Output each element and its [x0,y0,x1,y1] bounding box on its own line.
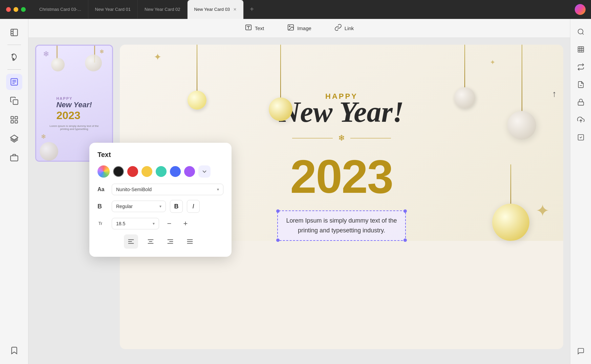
copy-icon[interactable] [6,93,22,109]
main-layout: Text Image Link [0,19,591,364]
decor-star-2: ✦ [490,58,496,66]
image-tool-button[interactable]: Image [282,22,316,35]
check-icon[interactable] [573,130,588,145]
font-size-increase-button[interactable]: + [179,218,192,230]
text-align-row [97,234,223,249]
divider-snowflake: ❄ [338,133,345,143]
handle-tr[interactable] [403,209,407,213]
edit-icon[interactable] [6,74,22,90]
align-justify-button[interactable] [183,234,197,249]
font-size-decrease-button[interactable]: − [163,218,175,230]
add-tab-button[interactable]: + [246,3,258,16]
svg-point-19 [289,26,290,27]
close-button[interactable] [6,7,11,12]
color-swatch-black[interactable] [113,166,124,177]
italic-button[interactable]: I [187,200,200,213]
hanger-1 [57,46,58,59]
align-center-button[interactable] [144,234,158,249]
titlebar: Christmas Card 03-... New Year Card 01 N… [0,0,591,19]
tabs-row: Christmas Card 03-... New Year Card 01 N… [26,0,591,19]
canvas-area: Text Image Link [28,19,570,364]
align-left-button[interactable] [124,234,138,249]
handle-tl[interactable] [276,209,280,213]
align-right-button[interactable] [163,234,177,249]
thumb-happy: HAPPY New Year! 2023 [56,90,92,122]
text-box-content: Lorem Ipsum is simply dummy text of the … [286,216,397,235]
font-weight-select[interactable]: Regular ▾ [112,201,166,212]
sidebar-divider-1 [7,45,21,45]
color-palette-icon[interactable] [97,165,110,178]
link-icon [334,24,342,33]
text-box-selected[interactable]: Lorem Ipsum is simply dummy text of the … [277,210,406,241]
tab-close-icon[interactable]: ✕ [233,7,237,12]
lock-icon[interactable] [573,95,588,110]
size-icon: Tr [97,219,108,228]
traffic-lights [0,7,26,12]
color-swatch-red[interactable] [127,166,138,177]
svg-rect-10 [15,116,18,119]
color-row [97,165,223,178]
color-more-button[interactable] [198,165,211,178]
decor-snowflake-bottom: ✦ [535,201,550,221]
bold-button[interactable]: B [170,200,183,213]
minimize-button[interactable] [14,7,18,12]
grid-icon[interactable] [6,112,22,128]
titlebar-right [575,4,586,15]
tab-newyear02[interactable]: New Year Card 02 [138,0,188,19]
font-family-select[interactable]: Nunito-SemiBold ▾ [112,184,223,195]
bottom-ornament-2 [492,164,529,241]
convert-icon[interactable] [573,60,588,74]
color-swatch-teal[interactable] [156,166,167,177]
ornament-thumb-1 [51,58,65,71]
snowflake-tl: ❄ [43,50,49,59]
font-size-select[interactable]: 18.5 ▾ [112,218,159,229]
text-box-container[interactable]: Lorem Ipsum is simply dummy text of the … [277,210,406,241]
left-sidebar [0,19,28,364]
handle-bl[interactable] [276,238,280,242]
color-swatch-purple[interactable] [184,166,195,177]
text-panel-title: Text [97,151,223,159]
search-icon[interactable] [573,24,588,39]
font-size-row: Tr 18.5 ▾ − + [97,218,223,230]
ocr-icon[interactable] [573,42,588,57]
decor-star-1: ✦ [154,51,161,63]
link-tool-button[interactable]: Link [330,22,359,35]
right-sidebar [570,19,591,364]
snowflake-bl: ❄ [41,133,46,140]
upload-icon[interactable] [573,112,588,127]
avatar[interactable] [575,4,586,15]
color-swatch-yellow[interactable] [141,166,152,177]
handle-br[interactable] [403,238,407,242]
svg-rect-9 [11,116,14,119]
ornament-rod-3 [454,45,475,108]
font-weight-row: B Regular ▾ B I [97,200,223,213]
chat-icon[interactable] [573,344,588,359]
layers-icon[interactable] [6,131,22,147]
ornament-rod-2 [269,45,292,121]
text-icon [245,24,252,33]
decor-arrow: ↑ [552,89,556,99]
pdf-icon[interactable] [573,77,588,92]
text-panel: Text [89,143,232,257]
text-tool-button[interactable]: Text [240,22,269,35]
font-size-chevron: ▾ [153,221,155,226]
card-divider: ❄ [292,133,391,143]
layers2-icon[interactable] [6,150,22,166]
card-year: 2023 [290,153,393,200]
svg-rect-8 [13,100,18,105]
canvas-toolbar: Text Image Link [28,19,570,38]
brush-icon[interactable] [6,49,22,65]
svg-line-34 [582,33,584,35]
tab-newyear01[interactable]: New Year Card 01 [88,0,138,19]
sidebar-divider-2 [7,69,21,70]
bookmark-icon[interactable] [6,342,22,359]
tab-christmas[interactable]: Christmas Card 03-... [32,0,88,19]
svg-rect-35 [578,47,584,52]
maximize-button[interactable] [21,7,26,12]
svg-rect-41 [578,102,584,105]
color-swatch-blue[interactable] [170,166,181,177]
book-icon[interactable] [6,24,22,41]
tab-newyear03[interactable]: New Year Card 03 ✕ [188,0,244,19]
divider-line-right [350,138,391,138]
snowflake-tr: ❄ [100,48,104,55]
